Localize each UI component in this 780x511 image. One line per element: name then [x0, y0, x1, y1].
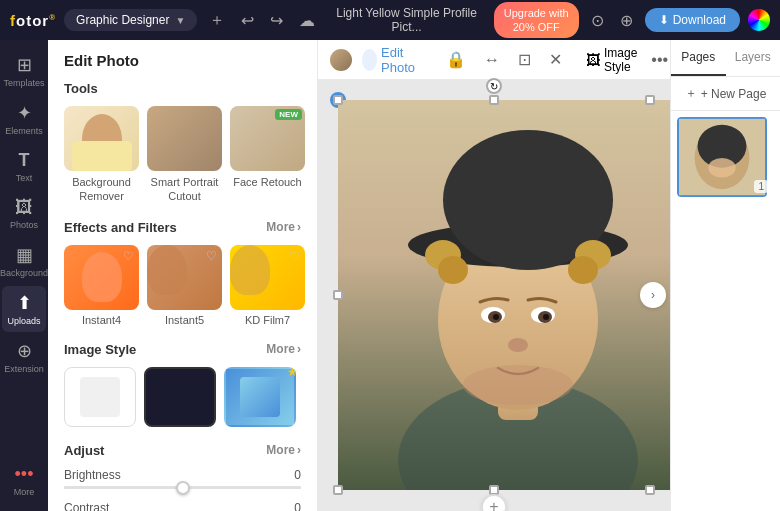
- topbar: fotor® Graphic Designer ▼ ＋ ↩ ↪ ☁ Light …: [0, 0, 780, 40]
- handle-tl[interactable]: [333, 95, 343, 105]
- fotor-logo: fotor®: [10, 12, 56, 29]
- face-retouch-label: Face Retouch: [230, 175, 305, 189]
- templates-icon: ⊞: [17, 54, 32, 76]
- extension-icon: ⊕: [17, 340, 32, 362]
- crop-icon[interactable]: ⊡: [514, 46, 535, 73]
- handle-tr[interactable]: [645, 95, 655, 105]
- canvas-container: ↻: [318, 80, 670, 510]
- sidebar-item-uploads[interactable]: ⬆ Uploads: [2, 286, 46, 332]
- undo-icon[interactable]: ↩: [237, 7, 258, 34]
- svg-point-9: [568, 256, 598, 284]
- svg-point-14: [493, 314, 499, 320]
- sidebar-item-text[interactable]: T Text: [2, 144, 46, 189]
- zoom-icon[interactable]: ⊕: [616, 7, 637, 34]
- heart-icon: ♡: [289, 249, 300, 263]
- background-remover-label: Background Remover: [64, 175, 139, 204]
- backgrounds-icon: ▦: [16, 244, 33, 266]
- svg-point-21: [708, 158, 735, 178]
- instant4-label: Instant4: [64, 314, 139, 326]
- svg-point-8: [438, 256, 468, 284]
- effects-section-header: Effects and Filters More ›: [48, 212, 317, 241]
- sidebar-item-photos[interactable]: 🖼 Photos: [2, 191, 46, 236]
- instant4-card[interactable]: ♡ Instant4: [64, 245, 139, 326]
- effect-cards-container: ♡ Instant4 ♡ Instant5 ♡: [48, 241, 317, 334]
- download-button[interactable]: ⬇ Download: [645, 8, 740, 32]
- sidebar-item-more[interactable]: ••• More: [2, 458, 46, 503]
- rotate-handle[interactable]: ↻: [486, 78, 502, 94]
- canvas-frame: ↻: [338, 100, 650, 490]
- iconbar: ⊞ Templates ✦ Elements T Text 🖼 Photos ▦…: [0, 40, 48, 511]
- style-card-dark[interactable]: [144, 367, 216, 427]
- right-panel: Pages Layers ＋ + New Page 1: [670, 40, 780, 511]
- uploads-icon: ⬆: [17, 292, 32, 314]
- edit-photo-title: Edit Photo: [48, 40, 317, 73]
- kdfilm7-label: KD Film7: [230, 314, 305, 326]
- style-card-blue[interactable]: ★: [224, 367, 296, 427]
- adjust-sliders: Brightness 0 Contrast 0: [48, 464, 317, 511]
- filename: Light Yellow Simple Profile Pict...: [327, 6, 485, 34]
- instant5-label: Instant5: [147, 314, 222, 326]
- tab-layers[interactable]: Layers: [726, 40, 781, 76]
- heart-icon: ♡: [123, 249, 134, 263]
- mode-selector[interactable]: Graphic Designer ▼: [64, 9, 197, 31]
- elements-icon: ✦: [17, 102, 32, 124]
- svg-point-17: [463, 365, 573, 405]
- canvas-area: Edit Photo 🔒 ↔ ⊡ ✕ 🖼 Image Style ••• ⊡ 🗑: [318, 40, 670, 511]
- new-badge: NEW: [275, 109, 302, 120]
- handle-bl[interactable]: [333, 485, 343, 495]
- edit-toolbar: Edit Photo 🔒 ↔ ⊡ ✕ 🖼 Image Style ••• ⊡ 🗑: [318, 40, 670, 80]
- background-remover-card[interactable]: Background Remover: [64, 106, 139, 204]
- style-card-white[interactable]: [64, 367, 136, 427]
- sidebar-item-templates[interactable]: ⊞ Templates: [2, 48, 46, 94]
- heart-icon: ♡: [206, 249, 217, 263]
- smart-portrait-label: Smart Portrait Cutout: [147, 175, 222, 204]
- canvas-nav-right[interactable]: ›: [640, 282, 666, 308]
- contrast-slider-row: Contrast 0: [64, 501, 301, 511]
- edit-photo-tab[interactable]: Edit Photo: [362, 45, 422, 75]
- svg-point-15: [543, 314, 549, 320]
- image-style-label: 🖼 Image Style: [586, 46, 637, 74]
- share-icon[interactable]: ⊙: [587, 7, 608, 34]
- edit-photo-avatar: [330, 49, 352, 71]
- right-tabs: Pages Layers: [671, 40, 780, 77]
- download-icon: ⬇: [659, 13, 669, 27]
- chevron-down-icon: ▼: [175, 15, 185, 26]
- cloud-icon[interactable]: ☁: [295, 7, 319, 34]
- tools-section-header: Tools: [48, 73, 317, 102]
- style-more-link[interactable]: More ›: [266, 342, 301, 356]
- remove-bg-icon[interactable]: ✕: [545, 46, 566, 73]
- flip-icon[interactable]: ↔: [480, 47, 504, 73]
- sidebar-item-backgrounds[interactable]: ▦ Background: [2, 238, 46, 284]
- tab-pages[interactable]: Pages: [671, 40, 726, 76]
- canvas-image[interactable]: [338, 100, 650, 490]
- sidebar-item-extension[interactable]: ⊕ Extension: [2, 334, 46, 380]
- more-options-icon[interactable]: •••: [647, 47, 670, 73]
- sidebar-item-elements[interactable]: ✦ Elements: [2, 96, 46, 142]
- tool-cards-container: Background Remover Smart Portrait Cutout…: [48, 102, 317, 212]
- style-section-header: Image Style More ›: [48, 334, 317, 363]
- text-icon: T: [19, 150, 30, 171]
- handle-br[interactable]: [645, 485, 655, 495]
- add-element-button[interactable]: +: [481, 494, 507, 511]
- instant5-card[interactable]: ♡ Instant5: [147, 245, 222, 326]
- adjust-more-link[interactable]: More ›: [266, 443, 301, 457]
- plus-icon: ＋: [685, 85, 697, 102]
- main-layout: ⊞ Templates ✦ Elements T Text 🖼 Photos ▦…: [0, 40, 780, 511]
- star-icon: ★: [287, 365, 298, 379]
- lock-icon[interactable]: 🔒: [442, 46, 470, 73]
- redo-icon[interactable]: ↪: [266, 7, 287, 34]
- kdfilm7-card[interactable]: ♡ KD Film7: [230, 245, 305, 326]
- style-cards-container: ★: [48, 363, 317, 435]
- effects-more-link[interactable]: More ›: [266, 220, 301, 234]
- smart-portrait-card[interactable]: Smart Portrait Cutout: [147, 106, 222, 204]
- handle-ml[interactable]: [333, 290, 343, 300]
- handle-tm[interactable]: [489, 95, 499, 105]
- brightness-thumb[interactable]: [176, 481, 190, 495]
- add-page-icon[interactable]: ＋: [205, 6, 229, 35]
- upgrade-button[interactable]: Upgrade with 20% OFF: [494, 2, 579, 39]
- svg-point-16: [508, 338, 528, 352]
- face-retouch-card[interactable]: NEW Face Retouch: [230, 106, 305, 204]
- new-page-button[interactable]: ＋ + New Page: [671, 77, 780, 111]
- more-icon: •••: [15, 464, 34, 485]
- page-1-thumb[interactable]: 1: [677, 117, 774, 197]
